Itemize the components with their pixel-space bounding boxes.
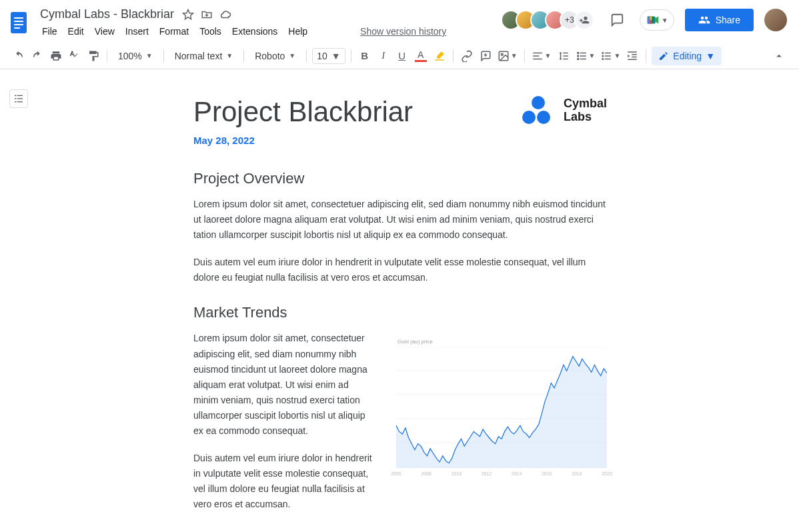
svg-rect-1 xyxy=(14,17,23,19)
svg-rect-15 xyxy=(533,58,542,59)
section-heading: Market Trends xyxy=(193,304,607,321)
toolbar: 100%▼ Normal text▼ Roboto▼ 10▼ B I U A ▼… xyxy=(0,43,799,69)
undo-button[interactable] xyxy=(11,47,27,65)
highlight-button[interactable] xyxy=(432,47,448,65)
body-text: Duis autem vel eum iriure dolor in hendr… xyxy=(193,255,607,285)
document-title-input[interactable]: Cymbal Labs - Blackbriar xyxy=(37,7,177,22)
print-button[interactable] xyxy=(48,47,64,65)
svg-marker-7 xyxy=(655,17,658,24)
svg-rect-20 xyxy=(580,55,586,57)
share-button[interactable]: Share xyxy=(685,9,754,31)
svg-rect-34 xyxy=(15,98,17,99)
svg-rect-4 xyxy=(14,27,20,29)
comment-history-button[interactable] xyxy=(605,8,629,32)
underline-button[interactable]: U xyxy=(394,47,410,65)
decrease-indent-button[interactable] xyxy=(624,47,640,65)
svg-rect-0 xyxy=(11,12,27,33)
menu-tools[interactable]: Tools xyxy=(195,23,226,39)
zoom-dropdown[interactable]: 100%▼ xyxy=(113,47,158,65)
svg-point-22 xyxy=(602,52,604,54)
insert-link-button[interactable] xyxy=(459,47,475,65)
svg-rect-36 xyxy=(17,95,23,96)
svg-rect-21 xyxy=(580,58,586,59)
svg-rect-2 xyxy=(14,21,23,22)
align-dropdown[interactable]: ▼ xyxy=(530,47,553,65)
redo-button[interactable] xyxy=(29,47,45,65)
chart-x-tick: 2018 xyxy=(572,471,582,476)
svg-rect-37 xyxy=(17,98,23,99)
svg-marker-32 xyxy=(628,54,630,57)
chart-x-tick: 2016 xyxy=(542,471,552,476)
account-avatar[interactable] xyxy=(764,9,787,31)
section-heading: Project Overview xyxy=(193,170,607,187)
collapse-toolbar-button[interactable] xyxy=(770,47,788,65)
menu-format[interactable]: Format xyxy=(155,23,193,39)
document-page[interactable]: Cymbal Labs Project Blackbriar May 28, 2… xyxy=(133,69,667,532)
body-text: Duis autem vel eum iriure dolor in hendr… xyxy=(193,451,373,512)
menu-view[interactable]: View xyxy=(90,23,119,39)
add-collaborator-icon[interactable] xyxy=(574,10,594,30)
move-folder-icon[interactable] xyxy=(201,9,213,21)
chart-x-tick: 2006 xyxy=(391,471,402,476)
svg-rect-27 xyxy=(605,58,611,59)
chart-x-tick: 2020 xyxy=(602,471,612,476)
body-text: Lorem ipsum dolor sit amet, consectetuer… xyxy=(193,331,373,439)
bold-button[interactable]: B xyxy=(357,47,373,65)
title-bar: Cymbal Labs - Blackbriar File Edit View … xyxy=(0,0,799,43)
font-family-dropdown[interactable]: Roboto▼ xyxy=(249,47,301,65)
svg-rect-29 xyxy=(632,54,638,55)
chart-title: Gold (au) price xyxy=(397,339,433,345)
star-icon[interactable] xyxy=(182,9,194,21)
svg-point-23 xyxy=(602,55,604,57)
menu-insert[interactable]: Insert xyxy=(121,23,153,39)
editing-mode-button[interactable]: Editing ▼ xyxy=(652,47,722,65)
document-canvas[interactable]: Cymbal Labs Project Blackbriar May 28, 2… xyxy=(0,69,799,532)
italic-button[interactable]: I xyxy=(375,47,391,65)
text-color-button[interactable]: A xyxy=(413,47,429,65)
chart-x-tick: 2008 xyxy=(421,471,432,476)
outline-toggle-button[interactable] xyxy=(9,89,28,108)
svg-rect-38 xyxy=(17,101,23,102)
menu-edit[interactable]: Edit xyxy=(63,23,89,39)
menu-extensions[interactable]: Extensions xyxy=(227,23,282,39)
svg-rect-13 xyxy=(533,52,542,53)
svg-rect-18 xyxy=(577,58,579,60)
svg-rect-26 xyxy=(605,55,611,57)
format-paint-button[interactable] xyxy=(85,47,101,65)
bulleted-list-button[interactable]: ▼ xyxy=(599,47,622,65)
insert-image-button[interactable]: ▼ xyxy=(496,47,519,65)
svg-rect-35 xyxy=(15,101,17,102)
svg-rect-30 xyxy=(632,56,638,57)
version-history-link[interactable]: Show version history xyxy=(360,23,446,39)
menu-help[interactable]: Help xyxy=(283,23,312,39)
line-spacing-button[interactable] xyxy=(556,47,572,65)
svg-rect-31 xyxy=(628,59,638,60)
company-name: Cymbal Labs xyxy=(564,97,607,124)
collaborator-avatars[interactable]: +3 xyxy=(501,10,594,30)
checklist-button[interactable]: ▼ xyxy=(574,47,597,65)
svg-rect-16 xyxy=(577,52,579,54)
company-logo: Cymbal Labs xyxy=(522,96,607,125)
share-label: Share xyxy=(716,15,740,25)
body-text: Lorem ipsum dolor sit amet, consectetuer… xyxy=(193,197,607,243)
docs-logo[interactable] xyxy=(5,9,32,36)
font-size-input[interactable]: 10▼ xyxy=(312,48,345,64)
svg-rect-3 xyxy=(14,24,23,25)
svg-rect-14 xyxy=(533,55,539,57)
menu-bar: File Edit View Insert Format Tools Exten… xyxy=(37,23,501,42)
svg-point-12 xyxy=(501,53,503,55)
cloud-status-icon[interactable] xyxy=(219,9,231,21)
svg-rect-10 xyxy=(647,17,650,24)
svg-point-24 xyxy=(602,58,604,60)
paragraph-style-dropdown[interactable]: Normal text▼ xyxy=(169,47,238,65)
chart-x-tick: 2012 xyxy=(482,471,492,476)
spellcheck-button[interactable] xyxy=(67,47,83,65)
menu-file[interactable]: File xyxy=(37,23,62,39)
svg-rect-19 xyxy=(580,52,586,53)
svg-rect-33 xyxy=(15,95,17,96)
svg-rect-17 xyxy=(577,55,579,57)
cymbal-mark-icon xyxy=(522,96,554,125)
meet-button[interactable]: ▼ xyxy=(640,9,674,31)
insert-comment-button[interactable] xyxy=(478,47,494,65)
document-date: May 28, 2022 xyxy=(193,135,607,146)
